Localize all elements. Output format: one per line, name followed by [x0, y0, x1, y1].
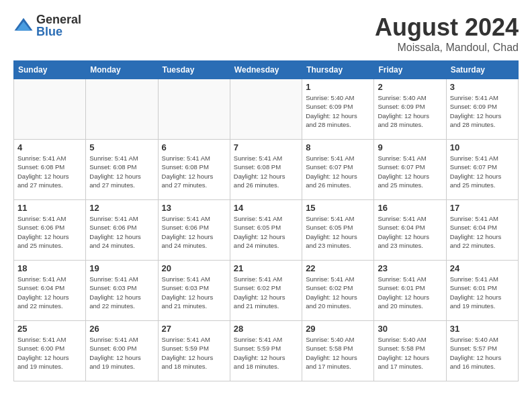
calendar-cell: 7Sunrise: 5:41 AM Sunset: 6:08 PM Daylig… [230, 140, 302, 200]
day-detail: Sunrise: 5:41 AM Sunset: 6:07 PM Dayligh… [306, 154, 370, 189]
calendar-cell: 20Sunrise: 5:41 AM Sunset: 6:03 PM Dayli… [158, 261, 230, 321]
day-number: 19 [89, 263, 154, 273]
calendar-cell: 15Sunrise: 5:41 AM Sunset: 6:05 PM Dayli… [302, 200, 374, 261]
day-number: 30 [378, 324, 442, 334]
calendar-cell [86, 79, 158, 140]
calendar-cell: 22Sunrise: 5:41 AM Sunset: 6:02 PM Dayli… [302, 261, 374, 321]
weekday-header-sunday: Sunday [14, 61, 86, 79]
day-number: 8 [306, 142, 370, 152]
day-number: 14 [234, 203, 298, 213]
day-number: 4 [17, 142, 82, 152]
calendar-cell: 9Sunrise: 5:41 AM Sunset: 6:07 PM Daylig… [374, 140, 446, 200]
calendar-cell: 18Sunrise: 5:41 AM Sunset: 6:04 PM Dayli… [14, 261, 86, 321]
weekday-header-row: SundayMondayTuesdayWednesdayThursdayFrid… [14, 61, 519, 79]
logo-blue: Blue [36, 26, 81, 38]
calendar-week-row: 25Sunrise: 5:41 AM Sunset: 6:00 PM Dayli… [14, 321, 519, 381]
day-detail: Sunrise: 5:41 AM Sunset: 6:07 PM Dayligh… [450, 154, 515, 189]
day-number: 21 [234, 263, 298, 273]
day-detail: Sunrise: 5:41 AM Sunset: 6:04 PM Dayligh… [378, 214, 442, 250]
day-number: 27 [162, 324, 226, 334]
day-detail: Sunrise: 5:41 AM Sunset: 6:01 PM Dayligh… [450, 275, 515, 310]
calendar-week-row: 4Sunrise: 5:41 AM Sunset: 6:08 PM Daylig… [14, 140, 519, 200]
day-detail: Sunrise: 5:41 AM Sunset: 6:05 PM Dayligh… [306, 214, 370, 250]
day-number: 6 [162, 142, 226, 152]
calendar-cell: 5Sunrise: 5:41 AM Sunset: 6:08 PM Daylig… [86, 140, 158, 200]
day-number: 29 [306, 324, 370, 334]
calendar-cell: 4Sunrise: 5:41 AM Sunset: 6:08 PM Daylig… [14, 140, 86, 200]
page-header: General Blue August 2024 Moissala, Mando… [13, 13, 519, 54]
calendar-week-row: 11Sunrise: 5:41 AM Sunset: 6:06 PM Dayli… [14, 200, 519, 261]
day-detail: Sunrise: 5:41 AM Sunset: 6:06 PM Dayligh… [162, 214, 226, 250]
day-detail: Sunrise: 5:41 AM Sunset: 6:00 PM Dayligh… [17, 335, 82, 371]
calendar-cell: 8Sunrise: 5:41 AM Sunset: 6:07 PM Daylig… [302, 140, 374, 200]
day-detail: Sunrise: 5:40 AM Sunset: 5:58 PM Dayligh… [378, 335, 442, 371]
calendar-cell: 17Sunrise: 5:41 AM Sunset: 6:04 PM Dayli… [446, 200, 518, 261]
day-detail: Sunrise: 5:41 AM Sunset: 6:09 PM Dayligh… [450, 93, 515, 129]
day-detail: Sunrise: 5:41 AM Sunset: 6:04 PM Dayligh… [450, 214, 515, 250]
calendar-cell [230, 79, 302, 140]
day-number: 24 [450, 263, 515, 273]
calendar-cell: 2Sunrise: 5:40 AM Sunset: 6:09 PM Daylig… [374, 79, 446, 140]
day-number: 31 [450, 324, 515, 334]
day-detail: Sunrise: 5:41 AM Sunset: 6:08 PM Dayligh… [17, 154, 82, 189]
calendar-header: SundayMondayTuesdayWednesdayThursdayFrid… [14, 61, 519, 79]
day-detail: Sunrise: 5:40 AM Sunset: 5:57 PM Dayligh… [450, 335, 515, 371]
day-number: 1 [306, 82, 370, 92]
calendar-body: 1Sunrise: 5:40 AM Sunset: 6:09 PM Daylig… [14, 79, 519, 381]
day-number: 13 [162, 203, 226, 213]
logo-general: General [36, 13, 81, 26]
day-number: 25 [17, 324, 82, 334]
day-detail: Sunrise: 5:41 AM Sunset: 6:03 PM Dayligh… [89, 275, 154, 310]
calendar-cell: 26Sunrise: 5:41 AM Sunset: 6:00 PM Dayli… [86, 321, 158, 381]
calendar-cell: 31Sunrise: 5:40 AM Sunset: 5:57 PM Dayli… [446, 321, 518, 381]
day-detail: Sunrise: 5:40 AM Sunset: 6:09 PM Dayligh… [306, 93, 370, 129]
day-detail: Sunrise: 5:41 AM Sunset: 6:02 PM Dayligh… [306, 275, 370, 310]
location-subtitle: Moissala, Mandoul, Chad [375, 42, 519, 54]
day-detail: Sunrise: 5:41 AM Sunset: 6:05 PM Dayligh… [234, 214, 298, 250]
calendar-cell: 13Sunrise: 5:41 AM Sunset: 6:06 PM Dayli… [158, 200, 230, 261]
calendar-cell: 27Sunrise: 5:41 AM Sunset: 5:59 PM Dayli… [158, 321, 230, 381]
weekday-header-tuesday: Tuesday [158, 61, 230, 79]
month-year-title: August 2024 [375, 13, 519, 42]
day-detail: Sunrise: 5:41 AM Sunset: 5:59 PM Dayligh… [234, 335, 298, 371]
calendar-cell: 24Sunrise: 5:41 AM Sunset: 6:01 PM Dayli… [446, 261, 518, 321]
day-number: 2 [378, 82, 442, 92]
day-number: 15 [306, 203, 370, 213]
day-detail: Sunrise: 5:41 AM Sunset: 6:08 PM Dayligh… [89, 154, 154, 189]
logo: General Blue [13, 13, 81, 38]
logo-text: General Blue [36, 13, 81, 38]
day-number: 11 [17, 203, 82, 213]
day-detail: Sunrise: 5:41 AM Sunset: 6:06 PM Dayligh… [17, 214, 82, 250]
day-number: 7 [234, 142, 298, 152]
calendar-cell: 16Sunrise: 5:41 AM Sunset: 6:04 PM Dayli… [374, 200, 446, 261]
day-detail: Sunrise: 5:40 AM Sunset: 6:09 PM Dayligh… [378, 93, 442, 129]
calendar-table: SundayMondayTuesdayWednesdayThursdayFrid… [13, 60, 519, 381]
calendar-week-row: 1Sunrise: 5:40 AM Sunset: 6:09 PM Daylig… [14, 79, 519, 140]
day-detail: Sunrise: 5:41 AM Sunset: 6:02 PM Dayligh… [234, 275, 298, 310]
day-detail: Sunrise: 5:40 AM Sunset: 5:58 PM Dayligh… [306, 335, 370, 371]
calendar-cell: 23Sunrise: 5:41 AM Sunset: 6:01 PM Dayli… [374, 261, 446, 321]
day-detail: Sunrise: 5:41 AM Sunset: 6:01 PM Dayligh… [378, 275, 442, 310]
day-number: 5 [89, 142, 154, 152]
weekday-header-friday: Friday [374, 61, 446, 79]
calendar-cell: 29Sunrise: 5:40 AM Sunset: 5:58 PM Dayli… [302, 321, 374, 381]
calendar-cell: 30Sunrise: 5:40 AM Sunset: 5:58 PM Dayli… [374, 321, 446, 381]
calendar-cell [158, 79, 230, 140]
day-number: 20 [162, 263, 226, 273]
calendar-cell: 14Sunrise: 5:41 AM Sunset: 6:05 PM Dayli… [230, 200, 302, 261]
day-number: 28 [234, 324, 298, 334]
day-detail: Sunrise: 5:41 AM Sunset: 5:59 PM Dayligh… [162, 335, 226, 371]
day-number: 9 [378, 142, 442, 152]
weekday-header-saturday: Saturday [446, 61, 518, 79]
logo-icon [13, 15, 34, 36]
day-number: 10 [450, 142, 515, 152]
calendar-cell: 12Sunrise: 5:41 AM Sunset: 6:06 PM Dayli… [86, 200, 158, 261]
day-number: 18 [17, 263, 82, 273]
calendar-cell: 3Sunrise: 5:41 AM Sunset: 6:09 PM Daylig… [446, 79, 518, 140]
calendar-cell: 21Sunrise: 5:41 AM Sunset: 6:02 PM Dayli… [230, 261, 302, 321]
day-number: 17 [450, 203, 515, 213]
calendar-cell: 28Sunrise: 5:41 AM Sunset: 5:59 PM Dayli… [230, 321, 302, 381]
calendar-cell: 25Sunrise: 5:41 AM Sunset: 6:00 PM Dayli… [14, 321, 86, 381]
weekday-header-monday: Monday [86, 61, 158, 79]
weekday-header-thursday: Thursday [302, 61, 374, 79]
